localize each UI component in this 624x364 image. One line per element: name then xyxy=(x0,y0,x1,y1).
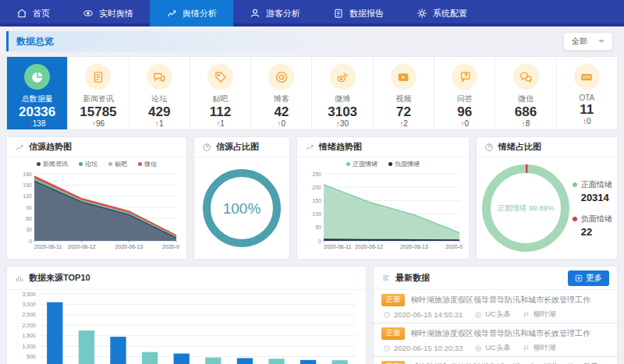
svg-text:OTA: OTA xyxy=(583,76,590,80)
news-time: 2020-06-15 14:55:21 xyxy=(394,310,463,319)
stat-card-news[interactable]: 新闻资讯 15785 ↑96 xyxy=(68,57,129,129)
stat-card-weibo[interactable]: 微博 3103 ↑30 xyxy=(312,57,373,129)
sentiment-badge: 正面 xyxy=(381,327,405,340)
legend-item[interactable]: 新闻资讯 xyxy=(37,160,68,168)
sentiment-share-legend: 正面情绪 20314 负面情绪 22 xyxy=(573,179,612,238)
news-doc-icon xyxy=(91,70,105,84)
legend-item[interactable]: 微信 xyxy=(138,160,157,168)
location-flag-icon xyxy=(523,311,530,319)
svg-text:200: 200 xyxy=(312,185,321,190)
plus-box-icon xyxy=(575,274,583,282)
stat-label: 新闻资讯 xyxy=(83,94,114,104)
legend-item[interactable]: 正面情绪 xyxy=(346,160,378,168)
stat-card-qa[interactable]: 问答 96 ↑0 xyxy=(434,57,495,129)
stat-card-total[interactable]: 总数据量 20336 ↑138 xyxy=(7,57,68,129)
pie-icon xyxy=(484,143,494,152)
sentiment-badge: 正面 xyxy=(381,361,405,364)
svg-text:90: 90 xyxy=(26,205,32,210)
list-item[interactable]: 正面 柳叶湖旅游度假区领导督导防汛和城市长效管理工作 2020-06-15 14… xyxy=(374,290,617,323)
svg-text:2,500: 2,500 xyxy=(22,312,36,317)
nav-item-visitor[interactable]: 游客分析 xyxy=(233,0,317,27)
stat-card-tieba[interactable]: 贴吧 112 ↑1 xyxy=(190,57,251,129)
tag-icon xyxy=(214,70,228,84)
wechat-icon xyxy=(519,70,533,84)
svg-text:2020-06-12: 2020-06-12 xyxy=(355,244,383,249)
video-play-icon xyxy=(396,70,410,84)
home-icon xyxy=(16,8,27,19)
nav-item-realtime[interactable]: 实时舆情 xyxy=(66,0,150,27)
stat-delta: 138 xyxy=(33,119,46,128)
nav-item-settings[interactable]: 系统配置 xyxy=(400,0,484,27)
svg-text:0: 0 xyxy=(29,239,32,244)
ota-badge-icon: OTA xyxy=(580,70,594,84)
nav-item-report[interactable]: 数据报告 xyxy=(317,0,400,27)
eye-icon xyxy=(83,8,94,19)
panel-sentiment-trend: 情绪趋势图 正面情绪负面情绪 0501001502002502020-06-11… xyxy=(296,136,470,260)
more-button[interactable]: 更多 xyxy=(568,270,609,286)
stat-delta: 1 xyxy=(220,119,225,128)
bottom-panels-row: 数据来源TOP10 05001,0001,5002,0002,5003,0003… xyxy=(6,266,618,364)
svg-text:正面情绪 99.89%: 正面情绪 99.89% xyxy=(498,203,555,212)
nav-item-home[interactable]: 首页 xyxy=(0,0,66,27)
svg-text:3,500: 3,500 xyxy=(22,292,36,297)
nav-label: 游客分析 xyxy=(266,8,300,19)
panel-title: 信源趋势图 xyxy=(29,141,72,153)
panel-latest-data: 最新数据 更多 正面 柳叶湖旅游度假区领导督导防汛和城市长效管理工作 2020-… xyxy=(373,266,618,364)
nav-label: 首页 xyxy=(33,8,50,19)
svg-text:60: 60 xyxy=(26,216,32,221)
legend-item-positive[interactable]: 正面情绪 20314 xyxy=(573,179,612,203)
location-flag-icon xyxy=(523,345,530,352)
stat-delta: 0 xyxy=(282,119,286,128)
stat-label: 视频 xyxy=(395,94,411,104)
positive-count: 20314 xyxy=(581,192,612,203)
filter-dropdown[interactable]: 全部 xyxy=(563,32,613,51)
sentiment-badge: 正面 xyxy=(381,294,405,306)
pie-chart-icon xyxy=(30,70,44,84)
nav-label: 数据报告 xyxy=(349,8,384,19)
svg-text:2020-06-13: 2020-06-13 xyxy=(115,244,143,249)
panel-sentiment-share: 情绪占比图 正面情绪 99.89% 正面情绪 20314 负面情绪 22 xyxy=(476,136,618,260)
stat-label: 贴吧 xyxy=(213,94,229,104)
user-icon xyxy=(250,8,261,19)
list-item[interactable]: 正面 柳叶湖旅游度假区领导督导防汛和城市长效管理工作 2020-06-15 10… xyxy=(374,323,617,357)
stat-card-forum[interactable]: 论坛 429 ↑1 xyxy=(129,57,190,129)
stat-card-wechat[interactable]: 微信 686 ↑8 xyxy=(495,57,556,129)
sentiment-trend-chart: 0501001502002502020-06-112020-06-122020-… xyxy=(303,170,463,251)
stat-value: 72 xyxy=(396,104,411,119)
legend-item[interactable]: 论坛 xyxy=(79,160,98,168)
svg-text:2,000: 2,000 xyxy=(22,323,36,328)
stat-cards-row: 总数据量 20336 ↑138 新闻资讯 15785 ↑96 论坛 429 ↑1… xyxy=(6,56,618,130)
svg-text:50: 50 xyxy=(315,224,321,230)
stat-delta: 0 xyxy=(587,117,591,125)
nav-label: 系统配置 xyxy=(433,8,467,19)
news-title[interactable]: 柳叶湖旅游度假区领导督导防汛和城市长效管理工作 xyxy=(411,328,590,339)
legend-dot xyxy=(573,217,577,221)
stat-delta: 96 xyxy=(96,119,105,128)
legend-item-negative[interactable]: 负面情绪 22 xyxy=(573,214,612,238)
news-title[interactable]: 柳叶湖旅游度假区领导督导防汛和城市长效管理工作 xyxy=(411,295,590,306)
svg-text:1,000: 1,000 xyxy=(22,344,36,349)
panel-title: 信源占比图 xyxy=(216,141,259,153)
svg-text:2020-06-13: 2020-06-13 xyxy=(400,244,428,249)
gear-icon xyxy=(417,8,427,19)
clock-icon xyxy=(383,345,391,352)
svg-text:2020-06-11: 2020-06-11 xyxy=(324,244,351,249)
svg-text:250: 250 xyxy=(312,171,321,177)
news-time: 2020-06-15 10:20:33 xyxy=(394,344,463,352)
list-item[interactable]: 正面 【柳叶湖】常德柳叶湖集城、湖、山、洲为一体，是天然造化的生态综合景区… 2… xyxy=(374,357,617,364)
svg-text:150: 150 xyxy=(312,198,321,203)
svg-text:500: 500 xyxy=(27,354,36,359)
legend-item[interactable]: 贴吧 xyxy=(108,160,127,168)
stat-delta: 0 xyxy=(464,119,469,128)
svg-text:180: 180 xyxy=(23,171,32,177)
panel-title: 情绪趋势图 xyxy=(319,141,362,153)
stat-label: 微博 xyxy=(335,94,350,104)
legend-item[interactable]: 负面情绪 xyxy=(388,160,420,168)
stat-value: 15785 xyxy=(80,104,116,119)
stat-card-ota[interactable]: OTA OTA 11 ↑0 xyxy=(557,57,617,129)
stat-card-video[interactable]: 视频 72 ↑2 xyxy=(374,57,434,129)
panel-source-share: 信源占比图 100% xyxy=(193,136,290,260)
nav-item-analysis[interactable]: 舆情分析 xyxy=(150,0,233,27)
stat-value: 112 xyxy=(210,104,231,119)
stat-card-blog[interactable]: 博客 42 ↑0 xyxy=(251,57,312,129)
